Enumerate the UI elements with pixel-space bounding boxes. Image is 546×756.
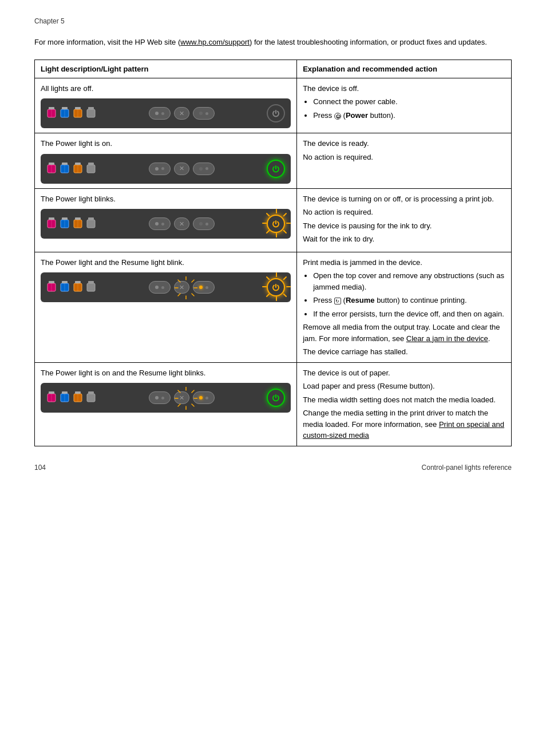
svg-rect-29: [75, 217, 81, 220]
svg-rect-12: [49, 163, 54, 165]
light-desc-text: The Power light blinks.: [41, 193, 291, 205]
svg-rect-31: [87, 220, 95, 228]
right-cell-2: The device is turning on or off, or is p…: [297, 188, 512, 252]
svg-rect-69: [49, 391, 54, 394]
left-cell-4: The Power light is on and the Resume lig…: [35, 362, 297, 446]
col2-header: Explanation and recommended action: [297, 60, 512, 78]
right-cell-3: Print media is jammed in the device.Open…: [297, 252, 512, 362]
svg-rect-20: [87, 165, 95, 173]
action-bullets: Connect the power cable.Press ⏻ (Power b…: [313, 96, 505, 121]
svg-line-80: [192, 390, 194, 393]
footer: 104 Control-panel lights reference: [34, 464, 512, 472]
svg-line-57: [178, 294, 180, 296]
svg-rect-75: [75, 391, 81, 394]
left-cell-1: The Power light is on.: [35, 133, 297, 189]
panel-image-4: ✕: [41, 383, 291, 413]
table-row: The Power light blinks.: [35, 188, 512, 252]
panel-image-0: ✕: [41, 98, 291, 128]
clear-jam-link[interactable]: Clear a jam in the device: [406, 334, 488, 343]
svg-rect-23: [49, 217, 54, 220]
svg-rect-1: [49, 107, 54, 109]
action-item: Press ⏻ (Power button).: [313, 110, 505, 121]
svg-line-53: [192, 280, 194, 282]
svg-line-84: [178, 404, 180, 406]
action-item: If the error persists, turn the device o…: [313, 308, 505, 320]
svg-line-67: [267, 277, 269, 279]
left-cell-0: All lights are off.: [35, 78, 297, 133]
svg-line-55: [192, 294, 194, 296]
panel-image-3: ✕: [41, 272, 291, 302]
svg-rect-18: [75, 163, 81, 165]
light-desc-text: The Power light is on and the Resume lig…: [41, 367, 291, 379]
para4-text: Change the media setting in the print dr…: [303, 407, 505, 441]
svg-rect-15: [62, 163, 68, 165]
hp-support-link[interactable]: www.hp.com/support: [180, 38, 250, 46]
para3-text: The media width setting does not match t…: [303, 394, 505, 406]
svg-line-61: [284, 277, 286, 279]
explanation-text: The device is out of paper.: [303, 367, 505, 379]
table-row: The Power light is on and the Resume lig…: [35, 362, 512, 446]
para2-text: Load paper and press (Resume button).: [303, 381, 505, 392]
svg-rect-4: [62, 107, 68, 109]
action-item: Open the top cover and remove any obstru…: [313, 270, 505, 292]
left-cell-3: The Power light and the Resume light bli…: [35, 252, 297, 362]
svg-line-40: [267, 213, 269, 216]
para2-text: Remove all media from the output tray. L…: [303, 322, 505, 344]
svg-line-36: [284, 231, 286, 233]
action-bullets: Open the top cover and remove any obstru…: [313, 270, 505, 319]
explanation-text: The device is turning on or off, or is p…: [303, 193, 505, 205]
explanation-text: The device is off.: [303, 83, 505, 94]
svg-line-38: [267, 231, 269, 233]
svg-line-34: [284, 213, 286, 216]
svg-rect-51: [88, 281, 94, 283]
right-cell-0: The device is off.Connect the power cabl…: [297, 78, 512, 133]
svg-rect-21: [88, 163, 94, 165]
action-item: Connect the power cable.: [313, 96, 505, 108]
svg-line-63: [284, 294, 286, 296]
panel-image-2: ✕: [41, 209, 291, 239]
light-desc-text: The Power light is on.: [41, 138, 291, 149]
svg-rect-10: [88, 107, 94, 109]
right-cell-1: The device is ready.No action is require…: [297, 133, 512, 189]
table-row: The Power light and the Resume light bli…: [35, 252, 512, 362]
light-desc-text: The Power light and the Resume light bli…: [41, 257, 291, 268]
table-row: All lights are off.: [35, 78, 512, 133]
svg-line-65: [267, 294, 269, 296]
svg-rect-42: [49, 281, 54, 283]
svg-rect-78: [88, 391, 94, 394]
svg-rect-26: [62, 217, 68, 220]
table-row: The Power light is on.: [35, 133, 512, 189]
explanation-text: The device is ready.: [303, 138, 505, 149]
svg-rect-32: [88, 217, 94, 220]
action-item: Press ↻ (Resume button) to continue prin…: [313, 295, 505, 306]
explanation-text: Print media is jammed in the device.: [303, 257, 505, 268]
panel-image-1: ✕: [41, 154, 291, 184]
intro-paragraph: For more information, visit the HP Web s…: [34, 37, 512, 48]
left-cell-2: The Power light blinks.: [35, 188, 297, 252]
explanation-text: The device is pausing for the ink to dry…: [303, 220, 505, 232]
light-desc-text: All lights are off.: [41, 83, 291, 94]
col1-header: Light description/Light pattern: [35, 60, 297, 78]
svg-rect-9: [87, 109, 95, 117]
explanation-text: No action is required.: [303, 152, 505, 163]
svg-rect-72: [62, 391, 68, 394]
svg-rect-77: [87, 394, 95, 402]
page-number: 104: [34, 464, 46, 472]
svg-line-82: [192, 404, 194, 406]
svg-rect-50: [87, 283, 95, 291]
svg-rect-7: [75, 107, 81, 109]
para3-text: The device carriage has stalled.: [303, 346, 505, 358]
svg-rect-45: [62, 281, 68, 283]
section-label: Control-panel lights reference: [422, 464, 512, 472]
explanation-text: Wait for the ink to dry.: [303, 233, 505, 245]
chapter-header: Chapter 5: [34, 17, 512, 25]
custom-media-link[interactable]: Print on special and custom-sized media: [303, 420, 504, 440]
right-cell-4: The device is out of paper.Load paper an…: [297, 362, 512, 446]
explanation-text: No action is required.: [303, 207, 505, 218]
svg-rect-48: [75, 281, 81, 283]
lights-reference-table: Light description/Light pattern Explanat…: [34, 60, 512, 446]
